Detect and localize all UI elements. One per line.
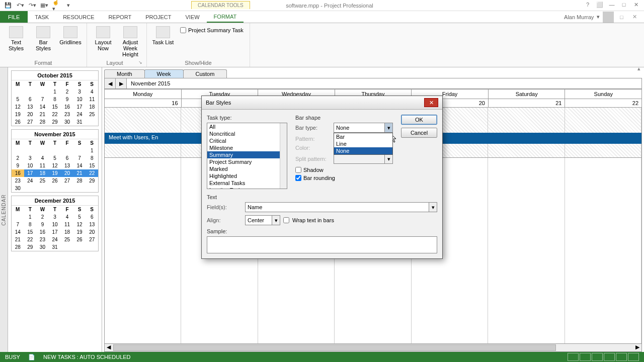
- wrap-text-checkbox[interactable]: [283, 217, 289, 223]
- listbox-scrollbar[interactable]: [280, 123, 287, 189]
- save-icon[interactable]: 💾: [4, 2, 12, 10]
- text-section-label: Text: [207, 194, 437, 200]
- split-pattern-combo: ▾: [334, 154, 393, 164]
- user-name: Alan Murray: [564, 14, 594, 20]
- bar-type-field-label: Bar type:: [295, 125, 331, 131]
- adjust-week-height-button[interactable]: Adjust Week Height: [118, 25, 142, 57]
- mdi-minimize-icon[interactable]: □: [617, 14, 626, 20]
- bar-type-combo[interactable]: None▾ BarLineNone: [334, 123, 393, 133]
- task-type-item[interactable]: Milestone: [207, 144, 287, 151]
- tab-format[interactable]: FORMAT: [207, 12, 244, 23]
- next-period-button[interactable]: ▶: [116, 78, 127, 88]
- ribbon: Text Styles Bar Styles Gridlines Format …: [0, 23, 644, 67]
- sample-preview: [207, 236, 437, 253]
- tab-view[interactable]: VIEW: [178, 12, 206, 22]
- mini-calendar-pane: October 2015MTWTFSS123456789101112131415…: [8, 67, 102, 352]
- chevron-down-icon[interactable]: ▾: [384, 123, 392, 132]
- align-combo[interactable]: Center▾: [245, 215, 280, 225]
- quick-access: 💾 ↶▾ ↷▾ ▦▾ ☝▾ ▾: [0, 2, 76, 10]
- bar-rounding-label: Bar rounding: [303, 175, 335, 181]
- fields-combo[interactable]: Name▾: [245, 202, 437, 212]
- shadow-label: Shadow: [303, 167, 324, 173]
- ribbon-tabs: FILE TASK RESOURCE REPORT PROJECT VIEW F…: [0, 11, 644, 23]
- task-type-item[interactable]: Marked: [207, 165, 287, 172]
- fields-label: Field(s):: [207, 204, 242, 210]
- task-type-item[interactable]: External Tasks: [207, 179, 287, 187]
- view-tab-custom[interactable]: Custom: [183, 69, 227, 78]
- tab-file[interactable]: FILE: [0, 11, 28, 23]
- help-icon[interactable]: ?: [583, 2, 593, 10]
- task-list-button[interactable]: Task List: [151, 25, 175, 45]
- mdi-close-icon[interactable]: ✕: [629, 14, 640, 20]
- touch-icon[interactable]: ☝▾: [52, 2, 60, 10]
- window-title: software.mpp - Project Professional: [76, 3, 583, 9]
- project-summary-task-checkbox[interactable]: [180, 27, 186, 33]
- user-menu-icon[interactable]: ▾: [597, 14, 600, 20]
- bar-type-option[interactable]: Bar: [334, 133, 392, 140]
- task-type-item[interactable]: Project Summary: [207, 158, 287, 165]
- view-shortcuts[interactable]: [568, 353, 639, 361]
- dialog-close-button[interactable]: ✕: [424, 98, 438, 107]
- mini-calendar[interactable]: November 2015MTWTFSS12345678910111213141…: [11, 129, 99, 193]
- tab-resource[interactable]: RESOURCE: [56, 12, 101, 22]
- task-type-item[interactable]: All: [207, 123, 287, 130]
- layout-now-button[interactable]: Layout Now: [91, 25, 115, 51]
- bar-styles-dialog: Bar Styles ✕ Task type: AllNoncriticalCr…: [201, 96, 443, 259]
- qat-more-icon[interactable]: ▾: [64, 2, 72, 10]
- prev-period-button[interactable]: ◀: [105, 78, 116, 88]
- bar-rounding-checkbox[interactable]: [295, 175, 301, 181]
- statusbar: BUSY 📄 NEW TASKS : AUTO SCHEDULED: [0, 352, 644, 362]
- avatar[interactable]: [603, 12, 614, 23]
- titlebar: 💾 ↶▾ ↷▾ ▦▾ ☝▾ ▾ CALENDAR TOOLS software.…: [0, 0, 644, 11]
- dialog-title: Bar Styles: [206, 100, 231, 106]
- minimize-icon[interactable]: —: [607, 2, 617, 10]
- gridlines-button[interactable]: Gridlines: [58, 25, 83, 45]
- align-label: Align:: [207, 217, 242, 223]
- day-header: Sunday: [565, 89, 642, 99]
- task-type-listbox[interactable]: AllNoncriticalCriticalMilestoneSummaryPr…: [207, 123, 287, 189]
- project-summary-task-label: Project Summary Task: [188, 27, 244, 33]
- view-tab-week[interactable]: Week: [144, 69, 184, 78]
- ok-button[interactable]: OK: [401, 115, 437, 125]
- shadow-checkbox[interactable]: [295, 167, 301, 173]
- status-newtasks: NEW TASKS : AUTO SCHEDULED: [43, 354, 131, 360]
- horizontal-scrollbar[interactable]: ◀▶: [104, 344, 642, 352]
- tab-project[interactable]: PROJECT: [138, 12, 178, 22]
- task-type-item[interactable]: Inactive Tasks: [207, 187, 287, 189]
- task-type-item[interactable]: Summary: [207, 151, 287, 158]
- redo-icon[interactable]: ↷▾: [28, 2, 36, 10]
- status-busy: BUSY: [5, 354, 20, 360]
- side-pane-label: CALENDAR: [0, 67, 8, 352]
- bar-type-dropdown[interactable]: BarLineNone: [334, 133, 393, 155]
- tab-report[interactable]: REPORT: [102, 12, 139, 22]
- wrap-text-label: Wrap text in bars: [292, 217, 334, 223]
- mini-calendar[interactable]: December 2015MTWTFSS12345678910111213141…: [11, 196, 99, 251]
- pattern-field-label: Pattern:: [295, 136, 331, 142]
- contextual-tab-label: CALENDAR TOOLS: [191, 1, 250, 9]
- status-newtasks-icon: 📄: [28, 354, 35, 360]
- bar-type-option[interactable]: Line: [334, 140, 392, 147]
- link-icon[interactable]: ▦▾: [40, 2, 48, 10]
- sample-label: Sample:: [207, 228, 437, 234]
- task-type-item[interactable]: Critical: [207, 137, 287, 144]
- day-header: Monday: [104, 89, 182, 99]
- bar-shape-label: Bar shape: [295, 115, 393, 121]
- color-field-label: Color:: [295, 145, 331, 151]
- cancel-button[interactable]: Cancel: [401, 128, 437, 138]
- layout-dialog-launcher-icon[interactable]: ↘: [138, 60, 142, 65]
- bar-styles-button[interactable]: Bar Styles: [31, 25, 55, 51]
- task-type-item[interactable]: Noncritical: [207, 130, 287, 137]
- date-cell: 22: [565, 99, 642, 108]
- close-icon[interactable]: ✕: [631, 2, 641, 10]
- tab-task[interactable]: TASK: [28, 12, 56, 22]
- undo-icon[interactable]: ↶▾: [16, 2, 24, 10]
- date-cell: 16: [104, 99, 182, 108]
- task-type-item[interactable]: Highlighted: [207, 172, 287, 179]
- view-tab-month[interactable]: Month: [104, 69, 145, 78]
- text-styles-button[interactable]: Text Styles: [4, 25, 28, 51]
- maximize-icon[interactable]: □: [619, 2, 629, 10]
- split-pattern-field-label: Split pattern:: [295, 156, 331, 162]
- ribbon-collapse-icon[interactable]: ⬜: [595, 2, 605, 10]
- mini-calendar[interactable]: October 2015MTWTFSS123456789101112131415…: [11, 70, 99, 126]
- bar-type-option[interactable]: None: [334, 147, 392, 154]
